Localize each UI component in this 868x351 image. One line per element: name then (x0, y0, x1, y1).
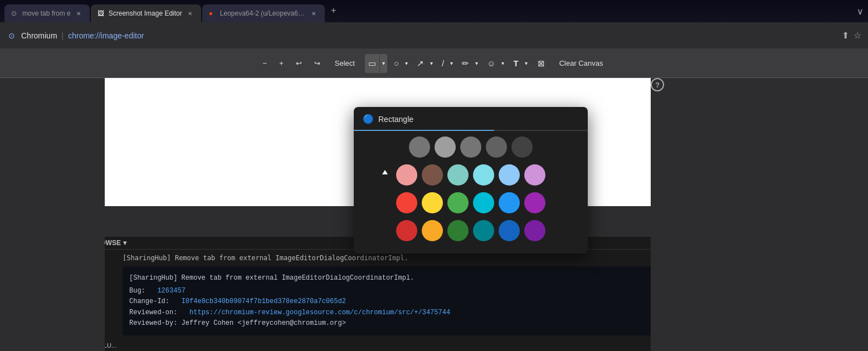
circle-tool-group: ○ ▾ (391, 54, 410, 73)
arrow-tool-group: ↗ ▾ (413, 54, 435, 73)
color-picker-divider (354, 130, 588, 131)
color-swatch-red-dark[interactable] (396, 220, 417, 241)
address-url[interactable]: chrome://image-editor (68, 31, 144, 40)
color-swatch-gray-medium[interactable] (409, 136, 430, 158)
share-icon[interactable]: ⬆ (842, 30, 849, 41)
arrow-tool-button[interactable]: ↗ (413, 54, 427, 73)
bookmark-icon[interactable]: ☆ (854, 30, 861, 41)
brush-tool-group: ✏ ▾ (459, 54, 480, 73)
tab-1-close[interactable]: ✕ (74, 9, 83, 18)
tab-2[interactable]: 🖼 Screenshot Image Editor ✕ (91, 4, 201, 22)
color-swatch-purple-light[interactable] (524, 164, 545, 186)
brush-tool-button[interactable]: ✏ (459, 54, 472, 73)
color-picker-tool-icon: 🔵 (363, 114, 374, 124)
editor-toolbar: − + ↩ ↪ Select ▭ ▾ ○ ▾ ↗ ▾ / ▾ ✏ ▾ (0, 49, 868, 78)
color-swatch-purple-dark[interactable] (524, 220, 545, 241)
color-picker-dropdown: 🔵 Rectangle (354, 107, 588, 254)
bug-label: Bug: (129, 287, 145, 295)
text-tool-group: T ▾ (510, 54, 529, 73)
clear-canvas-button[interactable]: Clear Canvas (553, 54, 610, 73)
color-swatch-gray-darker[interactable] (511, 136, 533, 158)
color-swatch-amber[interactable] (422, 220, 443, 241)
color-swatch-blue-light[interactable] (499, 164, 520, 186)
main-content: DOCUMENTATION ▾ BROWSE ▾ CREATE R SHOW A… (0, 78, 868, 351)
right-overlay: ? (651, 78, 868, 351)
emoji-tool-dropdown[interactable]: ▾ (499, 54, 506, 73)
color-swatch-green-dark[interactable] (447, 220, 469, 241)
color-swatch-brown[interactable] (422, 164, 443, 186)
color-swatch-purple[interactable] (524, 192, 545, 213)
color-swatch-gray-light[interactable] (435, 136, 456, 158)
tab-1[interactable]: ⊙ move tab from e ✕ (4, 4, 90, 22)
tab-bar-collapse[interactable]: ∨ (857, 6, 864, 17)
color-swatch-blue-dark[interactable] (499, 220, 520, 241)
line-tool-dropdown[interactable]: ▾ (448, 54, 455, 73)
brush-tool-dropdown[interactable]: ▾ (473, 54, 480, 73)
color-swatch-red-light[interactable] (396, 164, 417, 186)
tab-3-close[interactable]: ✕ (309, 9, 318, 18)
reviewed-label: Reviewed-on: (129, 309, 177, 316)
reviewed-link[interactable]: https://chromium-review.googlesource.com… (189, 309, 450, 316)
tab-3-favicon: ● (209, 9, 217, 17)
circle-tool-button[interactable]: ○ (391, 54, 402, 73)
redo-button[interactable]: ↪ (310, 54, 325, 73)
color-swatch-green[interactable] (447, 192, 469, 213)
changeid-link[interactable]: I0f4e8cb340b09074f7b1bed378ee2870a7c065d… (182, 298, 346, 305)
color-swatch-teal-light[interactable] (447, 164, 469, 186)
tab-1-title: move tab from e (22, 9, 71, 17)
color-row-medium (354, 189, 588, 217)
zoom-out-button[interactable]: − (259, 54, 272, 73)
site-security-icon: ⊙ (7, 31, 17, 41)
color-swatch-teal-dark[interactable] (473, 220, 494, 241)
color-row-pastels (354, 161, 588, 189)
nav-browse-arrow: ▾ (123, 239, 126, 247)
tab-2-close[interactable]: ✕ (186, 9, 194, 18)
line-tool-group: / ▾ (438, 54, 455, 73)
color-swatch-gray-dark[interactable] (486, 136, 507, 158)
color-swatch-cyan-light[interactable] (473, 164, 494, 186)
arrow-tool-dropdown[interactable]: ▾ (428, 54, 435, 73)
emoji-tool-group: ☺ ▾ (484, 54, 506, 73)
rectangle-tool-button[interactable]: ▭ (365, 54, 379, 73)
color-picker-header: 🔵 Rectangle (354, 114, 588, 130)
tab-3-title: Leopeva64-2 (u/Leopeva64-2) - (220, 9, 306, 17)
new-tab-button[interactable]: + (326, 3, 342, 18)
help-icon[interactable]: ? (651, 78, 664, 91)
tab-2-favicon: 🖼 (97, 9, 105, 17)
cursor (382, 170, 388, 174)
zoom-in-button[interactable]: + (275, 54, 288, 73)
color-swatch-cyan[interactable] (473, 192, 494, 213)
brand-name: Chromium (21, 31, 57, 40)
tab-3[interactable]: ● Leopeva64-2 (u/Leopeva64-2) - ✕ (202, 4, 325, 22)
left-overlay (0, 78, 105, 351)
color-swatch-blue[interactable] (499, 192, 520, 213)
tab-bar: ⊙ move tab from e ✕ 🖼 Screenshot Image E… (0, 0, 868, 22)
undo-button[interactable]: ↩ (291, 54, 306, 73)
text-tool-dropdown[interactable]: ▾ (523, 54, 530, 73)
tab-2-title: Screenshot Image Editor (109, 9, 182, 17)
line-tool-button[interactable]: / (438, 54, 447, 73)
address-bar-actions: ⬆ ☆ (842, 30, 861, 41)
color-row-grays (354, 133, 588, 161)
emoji-tool-button[interactable]: ☺ (484, 54, 499, 73)
circle-tool-dropdown[interactable]: ▾ (403, 54, 410, 73)
rectangle-tool-dropdown[interactable]: ▾ (380, 54, 387, 73)
color-swatch-red[interactable] (396, 192, 417, 213)
crop-button[interactable]: ⊠ (533, 54, 549, 73)
text-tool-button[interactable]: T (510, 54, 521, 73)
changeid-label: Change-Id: (129, 298, 169, 305)
browser-frame: ⊙ move tab from e ✕ 🖼 Screenshot Image E… (0, 0, 868, 351)
address-separator: | (62, 31, 64, 40)
color-picker-title: Rectangle (378, 115, 413, 124)
bug-link[interactable]: 1263457 (157, 287, 185, 295)
color-swatch-gray-medium-2[interactable] (460, 136, 481, 158)
rectangle-tool-group: ▭ ▾ (365, 54, 387, 73)
address-bar: ⊙ Chromium | chrome://image-editor ⬆ ☆ (0, 22, 868, 49)
color-row-dark (354, 217, 588, 245)
tab-1-favicon: ⊙ (11, 9, 19, 17)
color-swatch-yellow[interactable] (422, 192, 443, 213)
select-button[interactable]: Select (328, 54, 362, 73)
